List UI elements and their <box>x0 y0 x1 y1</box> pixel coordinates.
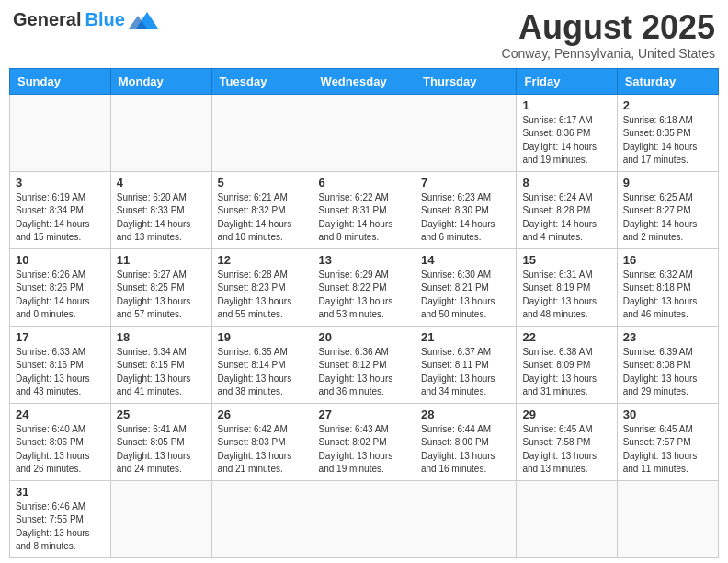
cell-info-text: Sunrise: 6:29 AM Sunset: 8:22 PM Dayligh… <box>319 269 409 322</box>
calendar-cell: 12Sunrise: 6:28 AM Sunset: 8:23 PM Dayli… <box>211 248 313 326</box>
calendar-cell: 18Sunrise: 6:34 AM Sunset: 8:15 PM Dayli… <box>110 326 211 403</box>
day-header-thursday: Thursday <box>415 68 517 94</box>
cell-date-number: 19 <box>218 330 307 344</box>
cell-info-text: Sunrise: 6:34 AM Sunset: 8:15 PM Dayligh… <box>117 346 206 399</box>
cell-date-number: 14 <box>421 253 510 267</box>
location: Conway, Pennsylvania, United States <box>502 46 715 61</box>
cell-date-number: 13 <box>319 253 409 267</box>
calendar-cell: 8Sunrise: 6:24 AM Sunset: 8:28 PM Daylig… <box>517 171 617 248</box>
cell-date-number: 21 <box>421 330 510 344</box>
cell-date-number: 22 <box>522 330 610 344</box>
calendar-week-4: 17Sunrise: 6:33 AM Sunset: 8:16 PM Dayli… <box>10 326 719 403</box>
calendar-table: SundayMondayTuesdayWednesdayThursdayFrid… <box>9 68 719 558</box>
cell-date-number: 25 <box>117 408 206 421</box>
calendar-cell <box>110 94 211 171</box>
cell-info-text: Sunrise: 6:26 AM Sunset: 8:26 PM Dayligh… <box>16 269 105 322</box>
cell-info-text: Sunrise: 6:36 AM Sunset: 8:12 PM Dayligh… <box>319 346 409 399</box>
cell-date-number: 7 <box>421 176 510 190</box>
calendar-week-6: 31Sunrise: 6:46 AM Sunset: 7:55 PM Dayli… <box>10 480 719 557</box>
cell-date-number: 27 <box>319 408 409 421</box>
cell-info-text: Sunrise: 6:24 AM Sunset: 8:28 PM Dayligh… <box>522 191 610 245</box>
cell-info-text: Sunrise: 6:25 AM Sunset: 8:27 PM Dayligh… <box>623 191 712 245</box>
cell-info-text: Sunrise: 6:37 AM Sunset: 8:11 PM Dayligh… <box>421 346 510 399</box>
calendar-cell: 14Sunrise: 6:30 AM Sunset: 8:21 PM Dayli… <box>415 248 517 326</box>
day-header-saturday: Saturday <box>617 68 718 94</box>
cell-info-text: Sunrise: 6:20 AM Sunset: 8:33 PM Dayligh… <box>117 191 206 245</box>
cell-info-text: Sunrise: 6:27 AM Sunset: 8:25 PM Dayligh… <box>117 269 206 322</box>
cell-info-text: Sunrise: 6:31 AM Sunset: 8:19 PM Dayligh… <box>522 269 610 322</box>
page-header: General Blue August 2025 Conway, Pennsyl… <box>9 9 719 61</box>
calendar-cell: 24Sunrise: 6:40 AM Sunset: 8:06 PM Dayli… <box>10 403 111 480</box>
calendar-cell <box>313 94 415 171</box>
cell-info-text: Sunrise: 6:38 AM Sunset: 8:09 PM Dayligh… <box>522 346 610 399</box>
calendar-cell <box>415 480 517 557</box>
calendar-cell <box>313 480 415 557</box>
cell-info-text: Sunrise: 6:23 AM Sunset: 8:30 PM Dayligh… <box>421 191 510 245</box>
cell-info-text: Sunrise: 6:46 AM Sunset: 7:55 PM Dayligh… <box>16 500 105 554</box>
cell-info-text: Sunrise: 6:45 AM Sunset: 7:57 PM Dayligh… <box>623 423 712 477</box>
day-header-wednesday: Wednesday <box>313 68 415 94</box>
calendar-cell: 10Sunrise: 6:26 AM Sunset: 8:26 PM Dayli… <box>10 248 111 326</box>
cell-info-text: Sunrise: 6:45 AM Sunset: 7:58 PM Dayligh… <box>522 423 610 477</box>
cell-date-number: 4 <box>117 176 206 190</box>
calendar-cell <box>110 480 211 557</box>
calendar-cell <box>211 480 313 557</box>
cell-info-text: Sunrise: 6:19 AM Sunset: 8:34 PM Dayligh… <box>16 191 105 245</box>
cell-date-number: 17 <box>16 330 105 344</box>
cell-date-number: 8 <box>522 176 610 190</box>
calendar-cell: 15Sunrise: 6:31 AM Sunset: 8:19 PM Dayli… <box>517 248 617 326</box>
cell-date-number: 30 <box>623 408 712 421</box>
day-header-friday: Friday <box>517 68 617 94</box>
calendar-header-row: SundayMondayTuesdayWednesdayThursdayFrid… <box>10 68 719 94</box>
calendar-cell: 3Sunrise: 6:19 AM Sunset: 8:34 PM Daylig… <box>10 171 111 248</box>
cell-info-text: Sunrise: 6:41 AM Sunset: 8:05 PM Dayligh… <box>117 423 206 477</box>
cell-info-text: Sunrise: 6:44 AM Sunset: 8:00 PM Dayligh… <box>421 423 510 477</box>
logo-general-text: General <box>13 9 81 30</box>
cell-info-text: Sunrise: 6:43 AM Sunset: 8:02 PM Dayligh… <box>319 423 409 477</box>
day-header-monday: Monday <box>110 68 211 94</box>
calendar-cell: 29Sunrise: 6:45 AM Sunset: 7:58 PM Dayli… <box>517 403 617 480</box>
cell-info-text: Sunrise: 6:40 AM Sunset: 8:06 PM Dayligh… <box>16 423 105 477</box>
cell-date-number: 10 <box>16 253 105 267</box>
logo-icon <box>129 10 158 30</box>
calendar-cell: 7Sunrise: 6:23 AM Sunset: 8:30 PM Daylig… <box>415 171 517 248</box>
calendar-cell: 13Sunrise: 6:29 AM Sunset: 8:22 PM Dayli… <box>313 248 415 326</box>
cell-date-number: 24 <box>16 408 105 421</box>
cell-info-text: Sunrise: 6:17 AM Sunset: 8:36 PM Dayligh… <box>522 114 610 167</box>
day-header-sunday: Sunday <box>10 68 111 94</box>
calendar-week-2: 3Sunrise: 6:19 AM Sunset: 8:34 PM Daylig… <box>10 171 719 248</box>
cell-info-text: Sunrise: 6:33 AM Sunset: 8:16 PM Dayligh… <box>16 346 105 399</box>
calendar-cell: 21Sunrise: 6:37 AM Sunset: 8:11 PM Dayli… <box>415 326 517 403</box>
calendar-cell <box>617 480 718 557</box>
calendar-cell: 31Sunrise: 6:46 AM Sunset: 7:55 PM Dayli… <box>10 480 111 557</box>
logo: General Blue <box>13 9 158 30</box>
calendar-cell: 28Sunrise: 6:44 AM Sunset: 8:00 PM Dayli… <box>415 403 517 480</box>
cell-date-number: 23 <box>623 330 712 344</box>
calendar-cell: 27Sunrise: 6:43 AM Sunset: 8:02 PM Dayli… <box>313 403 415 480</box>
calendar-cell: 22Sunrise: 6:38 AM Sunset: 8:09 PM Dayli… <box>517 326 617 403</box>
calendar-week-1: 1Sunrise: 6:17 AM Sunset: 8:36 PM Daylig… <box>10 94 719 171</box>
calendar-cell <box>517 480 617 557</box>
cell-date-number: 1 <box>522 98 610 112</box>
cell-info-text: Sunrise: 6:21 AM Sunset: 8:32 PM Dayligh… <box>218 191 307 245</box>
cell-date-number: 3 <box>16 176 105 190</box>
cell-date-number: 28 <box>421 408 510 421</box>
cell-date-number: 11 <box>117 253 206 267</box>
cell-date-number: 20 <box>319 330 409 344</box>
cell-info-text: Sunrise: 6:32 AM Sunset: 8:18 PM Dayligh… <box>623 269 712 322</box>
cell-info-text: Sunrise: 6:30 AM Sunset: 8:21 PM Dayligh… <box>421 269 510 322</box>
calendar-week-5: 24Sunrise: 6:40 AM Sunset: 8:06 PM Dayli… <box>10 403 719 480</box>
calendar-cell: 1Sunrise: 6:17 AM Sunset: 8:36 PM Daylig… <box>517 94 617 171</box>
calendar-cell: 11Sunrise: 6:27 AM Sunset: 8:25 PM Dayli… <box>110 248 211 326</box>
calendar-cell: 17Sunrise: 6:33 AM Sunset: 8:16 PM Dayli… <box>10 326 111 403</box>
calendar-cell: 20Sunrise: 6:36 AM Sunset: 8:12 PM Dayli… <box>313 326 415 403</box>
day-header-tuesday: Tuesday <box>211 68 313 94</box>
calendar-cell: 9Sunrise: 6:25 AM Sunset: 8:27 PM Daylig… <box>617 171 718 248</box>
cell-info-text: Sunrise: 6:18 AM Sunset: 8:35 PM Dayligh… <box>623 114 712 167</box>
month-title: August 2025 <box>502 9 715 46</box>
calendar-cell: 16Sunrise: 6:32 AM Sunset: 8:18 PM Dayli… <box>617 248 718 326</box>
cell-date-number: 6 <box>319 176 409 190</box>
cell-date-number: 9 <box>623 176 712 190</box>
calendar-cell <box>211 94 313 171</box>
calendar-cell: 5Sunrise: 6:21 AM Sunset: 8:32 PM Daylig… <box>211 171 313 248</box>
